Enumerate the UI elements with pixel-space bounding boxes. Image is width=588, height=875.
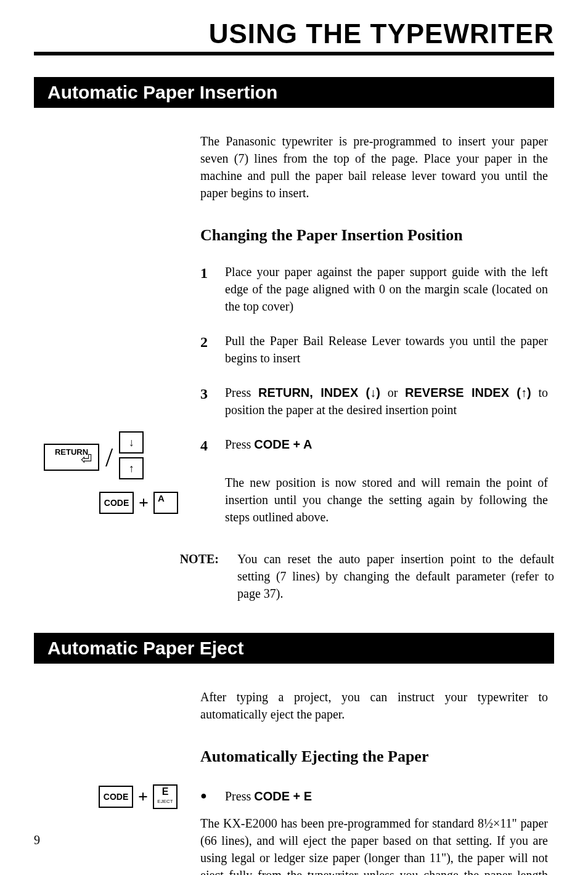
plus-separator: + [139,493,149,513]
plus-separator: + [138,787,148,807]
step-number: 1 [200,263,225,315]
step-body: Press CODE + A [225,436,548,457]
return-glyph-icon: ⏎ [81,452,92,468]
step-number: 4 [200,436,225,457]
note-body: You can reset the auto paper insertion p… [237,550,554,602]
note-label: NOTE: [169,550,237,602]
step-4: 4 Press CODE + A [200,436,548,457]
key-ref: CODE + E [254,789,312,803]
key-ref: RETURN, INDEX (↓) [258,386,380,399]
step-2: 2 Pull the Paper Bail Release Lever towa… [200,332,548,367]
eject-subheading: Automatically Ejecting the Paper [200,747,548,766]
insertion-text-col: The Panasonic typewriter is pre-programm… [200,132,554,550]
a-key-icon: A [153,492,178,514]
index-down-key-icon: ↓ [119,431,144,454]
key-diagram-eject: CODE + E EJECT [99,784,178,809]
insertion-after: The new position is now stored and will … [200,474,548,526]
page-number: 9 [34,833,40,847]
insertion-steps: 1 Place your paper against the paper sup… [200,263,548,457]
step-number: 2 [200,332,225,367]
step-body: Press RETURN, INDEX (↓) or REVERSE INDEX… [225,384,548,418]
insertion-note: NOTE: You can reset the auto paper inser… [169,550,554,602]
bullet-icon: ● [200,789,225,804]
key-ref: REVERSE INDEX (↑) [405,386,531,399]
text: Press [225,789,254,803]
eject-bullet-row: CODE + E EJECT ● Press CODE + E The KX-E… [34,784,554,875]
insertion-diagram-col: RETURN ⏎ / ↓ ↑ CODE + A [34,132,200,550]
section-heading-eject: Automatic Paper Eject [34,633,554,664]
step-number: 3 [200,384,225,418]
note-spacer [34,550,169,633]
eject-intro: After typing a project, you can instruct… [200,688,548,723]
return-key-icon: RETURN ⏎ [44,444,99,471]
index-keys-stack: ↓ ↑ [119,431,144,483]
key-ref: CODE + A [254,437,312,451]
eject-body: The KX-E2000 has been pre-programmed for… [200,815,548,875]
note-row-wrap: NOTE: You can reset the auto paper inser… [34,550,554,633]
eject-content: After typing a project, you can instruct… [34,688,554,784]
text: Press [225,437,254,451]
step-body: Place your paper against the paper suppo… [225,263,548,315]
eject-diagram-col [34,688,200,784]
eject-key-col: CODE + E EJECT [34,784,200,821]
code-key-icon: CODE [99,786,133,808]
step-3: 3 Press RETURN, INDEX (↓) or REVERSE IND… [200,384,548,418]
step-1: 1 Place your paper against the paper sup… [200,263,548,315]
text: or [380,386,405,399]
text: Press [225,386,258,399]
e-key-sublabel: EJECT [154,799,176,804]
e-key-icon: E EJECT [153,784,178,809]
e-key-label: E [162,786,169,797]
bullet-body: Press CODE + E [225,789,312,804]
eject-bullet: ● Press CODE + E [200,789,548,804]
insertion-intro: The Panasonic typewriter is pre-programm… [200,132,548,201]
index-up-key-icon: ↑ [119,457,144,479]
insertion-content: RETURN ⏎ / ↓ ↑ CODE + A The Panasonic ty… [34,132,554,550]
eject-text-col: After typing a project, you can instruct… [200,688,554,784]
section-heading-insertion: Automatic Paper Insertion [34,77,554,108]
code-key-icon: CODE [99,492,134,514]
page-title: USING THE TYPEWRITER [34,18,554,55]
eject-bullet-col: ● Press CODE + E The KX-E2000 has been p… [200,784,554,875]
slash-separator: / [105,442,113,473]
insertion-subheading: Changing the Paper Insertion Position [200,226,548,245]
step-body: Pull the Paper Bail Release Lever toward… [225,332,548,367]
key-diagram-insertion: RETURN ⏎ / ↓ ↑ CODE + A [44,431,178,514]
